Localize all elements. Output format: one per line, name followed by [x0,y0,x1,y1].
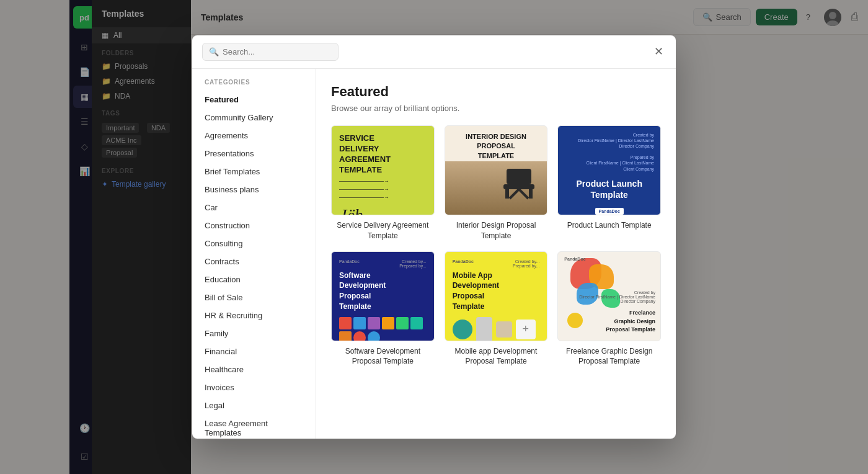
svg-line-7 [519,189,528,199]
category-agreements[interactable]: Agreements [192,127,316,145]
category-featured[interactable]: Featured [192,91,316,109]
category-community[interactable]: Community Gallery [192,109,316,127]
freelance-template-name: Freelance Graphic Design Proposal Templa… [557,346,661,367]
fl-created: Created byDirector FirstName | Director … [579,290,655,303]
category-contracts[interactable]: Contracts [192,253,316,271]
service-thumb-text: SERVICEDELIVERYAGREEMENTTEMPLATE [339,133,391,176]
category-construction[interactable]: Construction [192,217,316,235]
category-legal[interactable]: Legal [192,396,316,414]
category-bill-of-sale[interactable]: Bill of Sale [192,288,316,306]
mobile-template-name: Mobile app Development Proposal Template [445,346,548,367]
template-thumb-product: Created byDirector FirstName | Director … [557,125,661,215]
content-panel: Featured Browse our array of brilliant o… [316,69,676,439]
templates-grid: SERVICEDELIVERYAGREEMENTTEMPLATE ———————… [331,125,661,367]
category-business[interactable]: Business plans [192,181,316,199]
sw-title: SoftwareDevelopmentProposalTemplate [339,271,427,312]
interior-template-name: Interior Design Proposal Template [445,220,548,241]
category-lease[interactable]: Lease Agreement Templates [192,414,316,439]
template-thumb-service: SERVICEDELIVERYAGREEMENTTEMPLATE ———————… [331,125,435,215]
template-thumb-interior: INTERIOR DESIGNPROPOSALTEMPLATE [445,125,548,215]
svg-line-6 [510,189,519,199]
categories-panel: CATEGORIES Featured Community Gallery Ag… [192,69,316,439]
templates-modal: 🔍 ✕ CATEGORIES Featured Community Galler… [192,35,676,439]
mob-shapes: + [453,317,540,341]
svg-rect-2 [507,169,531,184]
category-invoices[interactable]: Invoices [192,378,316,396]
software-template-name: Software Development Proposal Template [331,346,435,367]
product-title: Product LaunchTemplate [564,178,654,200]
service-signature: Jëh [339,205,363,215]
fl-text: FreelanceGraphic DesignProposal Template [606,309,655,334]
category-healthcare[interactable]: Healthcare [192,360,316,378]
category-financial[interactable]: Financial [192,342,316,360]
featured-title: Featured [331,84,661,100]
category-brief[interactable]: Brief Templates [192,163,316,181]
blob-yellow [567,313,583,328]
interior-title: INTERIOR DESIGNPROPOSALTEMPLATE [445,132,547,161]
category-hr[interactable]: HR & Recruiting [192,306,316,324]
fl-logo: PandaDoc [564,257,585,261]
modal-overlay: 🔍 ✕ CATEGORIES Featured Community Galler… [0,0,868,474]
category-car[interactable]: Car [192,199,316,217]
mob-header: PandaDoc Created by...Prepared by... [453,259,540,268]
search-input[interactable] [223,47,332,56]
search-icon: 🔍 [209,47,219,56]
template-thumb-mobile: PandaDoc Created by...Prepared by... Mob… [445,251,548,341]
template-card-service[interactable]: SERVICEDELIVERYAGREEMENTTEMPLATE ———————… [331,125,435,241]
category-consulting[interactable]: Consulting [192,235,316,253]
category-presentations[interactable]: Presentations [192,145,316,163]
template-thumb-software: PandaDoc Created by...Prepared by... Sof… [331,251,435,341]
template-card-freelance[interactable]: PandaDoc FreelanceGraphic DesignProposal… [557,251,661,367]
service-template-name: Service Delivery Agreement Template [331,220,435,241]
category-education[interactable]: Education [192,271,316,288]
template-card-software[interactable]: PandaDoc Created by...Prepared by... Sof… [331,251,435,367]
search-box[interactable]: 🔍 [202,43,339,61]
service-arrows: ————————→ ————————→ ————————→ [339,178,391,200]
product-logo: PandaDoc [595,208,624,215]
sw-shapes [339,317,427,341]
template-card-product[interactable]: Created byDirector FirstName | Director … [557,125,661,241]
sw-header: PandaDoc Created by...Prepared by... [339,259,427,268]
modal-body: CATEGORIES Featured Community Gallery Ag… [192,69,676,439]
svg-rect-4 [505,189,509,199]
categories-label: CATEGORIES [192,79,316,91]
interior-chair [500,166,538,202]
svg-rect-3 [503,184,534,189]
mob-title: Mobile AppDevelopmentProposalTemplate [453,271,540,312]
svg-rect-5 [529,189,533,199]
category-family[interactable]: Family [192,324,316,342]
modal-header: 🔍 ✕ [192,35,676,69]
template-thumb-freelance: PandaDoc FreelanceGraphic DesignProposal… [557,251,661,341]
template-card-mobile[interactable]: PandaDoc Created by...Prepared by... Mob… [445,251,548,367]
product-meta: Created byDirector FirstName | Director … [564,132,654,172]
template-card-interior[interactable]: INTERIOR DESIGNPROPOSALTEMPLATE [445,125,548,241]
product-template-name: Product Launch Template [557,220,661,231]
modal-close-button[interactable]: ✕ [651,44,666,59]
featured-subtitle: Browse our array of brilliant options. [331,104,661,113]
